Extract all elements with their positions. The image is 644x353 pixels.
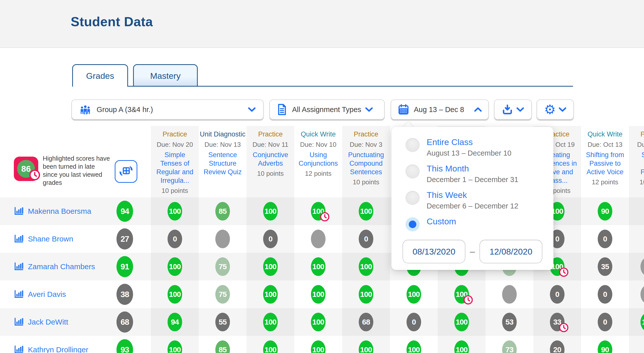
date-range-popover: Entire ClassAugust 13 – December 10This … (391, 127, 553, 270)
score-bubble[interactable]: 53 (502, 313, 517, 331)
score-bubble[interactable]: 100 (311, 313, 326, 331)
document-icon (277, 103, 287, 116)
student-name-link[interactable]: Makenna Boersma (14, 197, 91, 225)
score-bubble[interactable]: 100 (311, 257, 326, 276)
bar-chart-icon (14, 233, 24, 245)
score-bubble[interactable]: 0 (359, 230, 373, 248)
assignment-title-link[interactable]: Shifting fromPassive toActive Voice (581, 151, 629, 176)
settings-button[interactable]: ⚙ (537, 99, 574, 120)
date-range-dropdown[interactable]: Aug 13 – Dec 8 (391, 99, 489, 120)
score-bubble[interactable]: 100 (640, 313, 644, 331)
score-bubble[interactable]: 33 (550, 313, 565, 331)
score-bubble[interactable]: 90 (598, 202, 612, 221)
score-bubble[interactable]: 100 (311, 202, 326, 221)
score-bubble[interactable] (640, 285, 644, 304)
score-bubble[interactable]: 100 (263, 340, 278, 353)
assignment-type-label: Quick Write (581, 130, 629, 138)
late-clock-icon (463, 295, 473, 305)
student-name-link[interactable]: Zamarah Chambers (14, 253, 95, 280)
score-bubble[interactable]: 0 (550, 285, 565, 304)
assignment-points: 12 points (581, 178, 629, 186)
score-bubble[interactable]: 100 (311, 340, 326, 353)
score-bubble[interactable]: 100 (359, 285, 373, 304)
radio-selected-icon[interactable] (406, 217, 420, 231)
overall-grade-bubble[interactable]: 68 (116, 311, 133, 333)
student-name-link[interactable]: Jack DeWitt (14, 308, 68, 336)
score-bubble[interactable]: 100 (454, 313, 469, 331)
score-bubble[interactable]: 0 (598, 230, 612, 248)
overall-grade-bubble[interactable]: 94 (116, 201, 133, 222)
assignment-title-link[interactable]: SubjectVerbPractice (629, 151, 644, 176)
score-bubble[interactable]: 100 (407, 340, 421, 353)
score-bubble[interactable]: 75 (215, 285, 230, 304)
score-bubble[interactable]: 100 (168, 285, 182, 304)
bar-chart-icon (14, 316, 24, 328)
score-bubble[interactable]: 0 (407, 313, 421, 331)
score-bubble[interactable] (215, 230, 230, 248)
score-bubble[interactable]: 35 (598, 257, 612, 276)
score-bubble[interactable] (640, 257, 644, 276)
score-bubble[interactable]: 100 (263, 285, 278, 304)
score-bubble[interactable]: 85 (215, 202, 230, 221)
score-bubble[interactable]: 0 (598, 313, 612, 331)
start-date-input[interactable]: 08/13/2020 (403, 240, 465, 263)
score-bubble[interactable]: 0 (263, 230, 278, 248)
date-option-this-week[interactable]: This WeekDecember 6 – December 12 (406, 190, 546, 210)
assignment-title-link[interactable]: ConjunctiveAdverbs (247, 151, 294, 168)
student-name-link[interactable]: Kathryn Drollinger (14, 336, 88, 353)
score-bubble[interactable]: 100 (168, 257, 182, 276)
student-name-link[interactable]: Shane Brown (14, 225, 73, 253)
score-bubble[interactable]: 100 (263, 202, 278, 221)
assignment-title-link[interactable]: SimpleTenses ofRegular andIrregula... (151, 151, 199, 185)
end-date-input[interactable]: 12/08/2020 (479, 240, 542, 263)
date-option-custom[interactable]: Custom (406, 216, 546, 231)
custom-date-range: 08/13/2020 – 12/08/2020 (403, 240, 542, 263)
score-bubble[interactable]: 20 (550, 340, 565, 353)
download-button[interactable] (494, 99, 532, 120)
score-bubble[interactable]: 100 (168, 202, 182, 221)
score-bubble[interactable]: 94 (168, 313, 182, 331)
score-bubble[interactable]: 0 (168, 230, 182, 248)
overall-grade-bubble[interactable]: 27 (116, 228, 133, 250)
overall-grade-bubble[interactable]: 93 (116, 339, 133, 353)
score-bubble[interactable]: 100 (359, 202, 373, 221)
late-clock-icon (559, 267, 569, 277)
score-bubble[interactable]: 100 (263, 257, 278, 276)
radio-icon[interactable] (406, 191, 420, 205)
student-name: Jack DeWitt (28, 318, 68, 326)
score-bubble[interactable]: 100 (311, 285, 326, 304)
pivot-table-button[interactable] (115, 160, 137, 183)
score-bubble[interactable]: 90 (598, 340, 612, 353)
score-bubble[interactable] (502, 285, 517, 304)
score-bubble[interactable]: 100 (454, 340, 469, 353)
assignment-title-link[interactable]: UsingConjunctions (294, 151, 342, 168)
score-bubble[interactable] (311, 230, 326, 248)
score-bubble[interactable]: 55 (215, 313, 230, 331)
assignment-types-dropdown[interactable]: All Assignment Types (269, 99, 385, 120)
assignment-title-link[interactable]: PunctuatingCompoundSentences (342, 151, 390, 176)
score-bubble[interactable]: 68 (359, 313, 373, 331)
overall-grade-bubble[interactable]: 38 (116, 284, 133, 305)
radio-icon[interactable] (406, 164, 420, 179)
score-bubble[interactable]: 100 (263, 313, 278, 331)
score-bubble[interactable]: 100 (407, 285, 421, 304)
score-bubble[interactable]: 0 (598, 285, 612, 304)
score-bubble[interactable]: 100 (454, 285, 469, 304)
page-title: Student Data (71, 14, 153, 29)
student-name-link[interactable]: Averi Davis (14, 280, 66, 308)
date-option-entire-class[interactable]: Entire ClassAugust 13 – December 10 (406, 137, 546, 157)
assignment-due-date: Due: Nov 11 (247, 141, 294, 149)
score-bubble[interactable]: 75 (215, 257, 230, 276)
score-bubble[interactable]: 73 (502, 340, 517, 353)
tab-mastery[interactable]: Mastery (133, 64, 198, 87)
score-bubble[interactable]: 100 (359, 340, 373, 353)
score-bubble[interactable]: 100 (168, 340, 182, 353)
tab-grades[interactable]: Grades (72, 64, 128, 87)
radio-icon[interactable] (406, 138, 420, 152)
overall-grade-bubble[interactable]: 91 (116, 256, 133, 277)
score-bubble[interactable]: 85 (215, 340, 230, 353)
assignment-title-link[interactable]: SentenceStructureReview Quiz (199, 151, 247, 176)
group-dropdown[interactable]: Group A (3&4 hr.) (71, 99, 264, 120)
date-option-this-month[interactable]: This MonthDecember 1 – December 31 (406, 163, 546, 184)
score-bubble[interactable]: 100 (359, 257, 373, 276)
